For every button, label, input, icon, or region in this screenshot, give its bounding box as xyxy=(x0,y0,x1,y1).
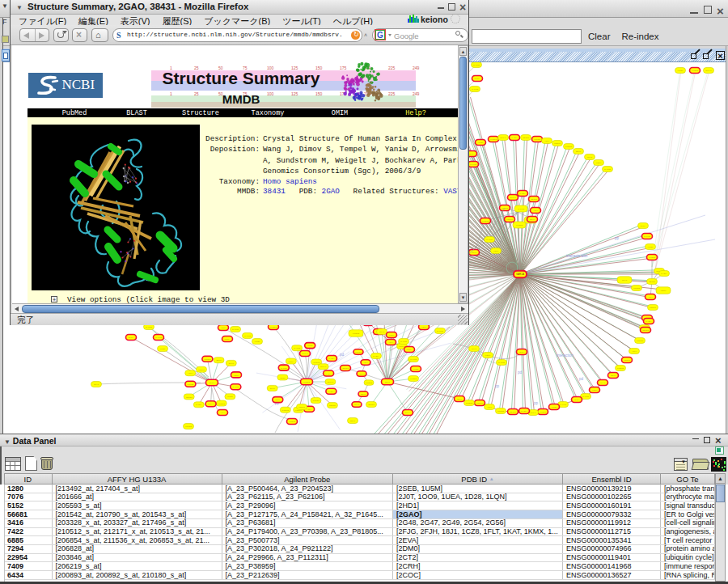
svg-text:BET1: BET1 xyxy=(576,150,582,153)
svg-text:ARF4: ARF4 xyxy=(363,362,369,364)
svg-text:SEC23: SEC23 xyxy=(329,404,336,407)
svg-text:BET1: BET1 xyxy=(530,218,535,221)
svg-text:USO1: USO1 xyxy=(485,354,491,357)
svg-text:ARF4: ARF4 xyxy=(533,209,539,212)
svg-text:GOSR2: GOSR2 xyxy=(482,220,489,222)
svg-text:VEGFA: VEGFA xyxy=(574,399,580,401)
svg-text:ARF4: ARF4 xyxy=(220,412,226,414)
svg-text:ITGB1: ITGB1 xyxy=(413,368,420,370)
svg-text:COPB2: COPB2 xyxy=(185,425,193,428)
svg-text:COPB2: COPB2 xyxy=(534,138,541,141)
svg-text:SEC23: SEC23 xyxy=(510,411,516,413)
svg-text:SEC23: SEC23 xyxy=(523,137,529,139)
svg-text:STX5: STX5 xyxy=(472,348,477,350)
svg-text:SAR1B: SAR1B xyxy=(232,328,239,331)
svg-text:STX5: STX5 xyxy=(472,252,477,254)
svg-text:USO1: USO1 xyxy=(661,290,667,292)
svg-text:COPB2: COPB2 xyxy=(633,287,641,290)
svg-text:STX5: STX5 xyxy=(600,382,606,384)
svg-text:SPTA1: SPTA1 xyxy=(500,137,506,139)
svg-text:CAPN2: CAPN2 xyxy=(155,336,163,339)
svg-text:CAPN2: CAPN2 xyxy=(518,208,525,210)
svg-text:TMED2: TMED2 xyxy=(692,70,699,72)
svg-text:SAR1B: SAR1B xyxy=(582,396,589,398)
svg-text:TMED2: TMED2 xyxy=(218,403,226,405)
svg-text:CAPN2: CAPN2 xyxy=(244,335,252,337)
svg-text:pd: pd xyxy=(340,353,345,357)
svg-text:BET1: BET1 xyxy=(611,375,616,377)
svg-text:GOSR2: GOSR2 xyxy=(353,332,360,335)
svg-text:SEC23: SEC23 xyxy=(649,281,655,283)
svg-text:STX5: STX5 xyxy=(229,362,235,365)
svg-text:STX5: STX5 xyxy=(94,383,99,386)
svg-text:RAB1A: RAB1A xyxy=(325,373,332,375)
svg-text:TMED2: TMED2 xyxy=(410,378,417,380)
svg-text:SPTA1: SPTA1 xyxy=(404,412,411,414)
svg-text:USO1: USO1 xyxy=(592,389,598,391)
svg-text:STX5: STX5 xyxy=(354,404,360,406)
svg-text:TMED2: TMED2 xyxy=(270,326,277,328)
svg-text:SPTA1: SPTA1 xyxy=(328,381,334,383)
svg-text:SAR1B: SAR1B xyxy=(146,326,152,328)
svg-text:STX5: STX5 xyxy=(622,279,628,281)
svg-text:RAB1A: RAB1A xyxy=(661,273,667,275)
svg-text:TMED2: TMED2 xyxy=(303,381,311,383)
svg-text:GOSR2: GOSR2 xyxy=(617,367,624,370)
svg-text:KDELR: KDELR xyxy=(198,369,205,371)
svg-text:ITGB1: ITGB1 xyxy=(307,345,314,347)
svg-text:KDELR: KDELR xyxy=(476,402,483,404)
svg-text:VEGFA: VEGFA xyxy=(128,336,134,339)
svg-text:GOSR2: GOSR2 xyxy=(466,402,473,404)
svg-text:SAR1B: SAR1B xyxy=(498,362,505,364)
svg-text:interaction: interaction xyxy=(557,353,574,358)
svg-text:RAB1A: RAB1A xyxy=(373,355,379,358)
svg-text:ARF4: ARF4 xyxy=(544,140,550,142)
svg-text:SEC23: SEC23 xyxy=(642,329,649,332)
svg-text:USO1: USO1 xyxy=(221,327,226,329)
svg-text:GOSR2: GOSR2 xyxy=(366,382,373,384)
svg-text:KDELR: KDELR xyxy=(650,307,656,309)
svg-text:CAPN2: CAPN2 xyxy=(232,386,239,388)
svg-text:CAPN2: CAPN2 xyxy=(410,358,417,361)
svg-text:USO1: USO1 xyxy=(493,250,499,252)
svg-text:GOSR2: GOSR2 xyxy=(282,409,290,412)
svg-text:BET1: BET1 xyxy=(361,393,366,396)
svg-text:RAB1A: RAB1A xyxy=(645,320,652,323)
svg-text:SPTA1: SPTA1 xyxy=(208,403,214,405)
svg-text:pp: pp xyxy=(615,236,620,240)
svg-text:RAB1A: RAB1A xyxy=(328,358,335,360)
svg-text:VEGFA: VEGFA xyxy=(406,349,413,351)
svg-text:COPB2: COPB2 xyxy=(312,400,320,402)
svg-text:RAB1A: RAB1A xyxy=(196,404,202,406)
svg-text:ITGB1: ITGB1 xyxy=(160,348,167,350)
svg-text:GOSR2: GOSR2 xyxy=(565,146,573,148)
svg-text:KDELR: KDELR xyxy=(506,218,513,221)
svg-text:USO1: USO1 xyxy=(389,334,395,336)
svg-text:GOSR2: GOSR2 xyxy=(289,421,296,423)
svg-text:STX5: STX5 xyxy=(379,331,385,333)
svg-text:SPTA1: SPTA1 xyxy=(302,353,308,355)
svg-text:pd: pd xyxy=(518,370,523,375)
svg-text:SAR1B: SAR1B xyxy=(486,239,493,241)
svg-text:SAR1B: SAR1B xyxy=(281,367,287,370)
svg-text:SAR1B: SAR1B xyxy=(400,341,407,343)
svg-text:TMED2: TMED2 xyxy=(490,138,497,141)
svg-text:SPTA1: SPTA1 xyxy=(510,197,516,199)
svg-text:ARF4: ARF4 xyxy=(648,296,654,298)
svg-text:USO1: USO1 xyxy=(280,377,286,379)
svg-text:VEGFA: VEGFA xyxy=(468,153,475,155)
svg-text:COPB2: COPB2 xyxy=(355,351,362,353)
svg-text:TMED2: TMED2 xyxy=(516,224,523,226)
svg-text:BET1: BET1 xyxy=(457,398,463,400)
svg-text:ITGB1: ITGB1 xyxy=(255,341,261,343)
svg-text:SAR1B: SAR1B xyxy=(437,330,443,332)
svg-text:VEGFA: VEGFA xyxy=(288,361,294,363)
svg-text:VEGFA: VEGFA xyxy=(209,382,215,384)
svg-text:BET1: BET1 xyxy=(350,420,356,422)
svg-text:COPB2: COPB2 xyxy=(187,383,194,386)
svg-text:COPB2: COPB2 xyxy=(497,410,505,413)
svg-text:SAR1B: SAR1B xyxy=(604,168,611,171)
svg-text:RAB1A: RAB1A xyxy=(328,391,334,393)
svg-text:CAPN2: CAPN2 xyxy=(470,163,477,166)
svg-text:KDELR: KDELR xyxy=(624,359,630,362)
